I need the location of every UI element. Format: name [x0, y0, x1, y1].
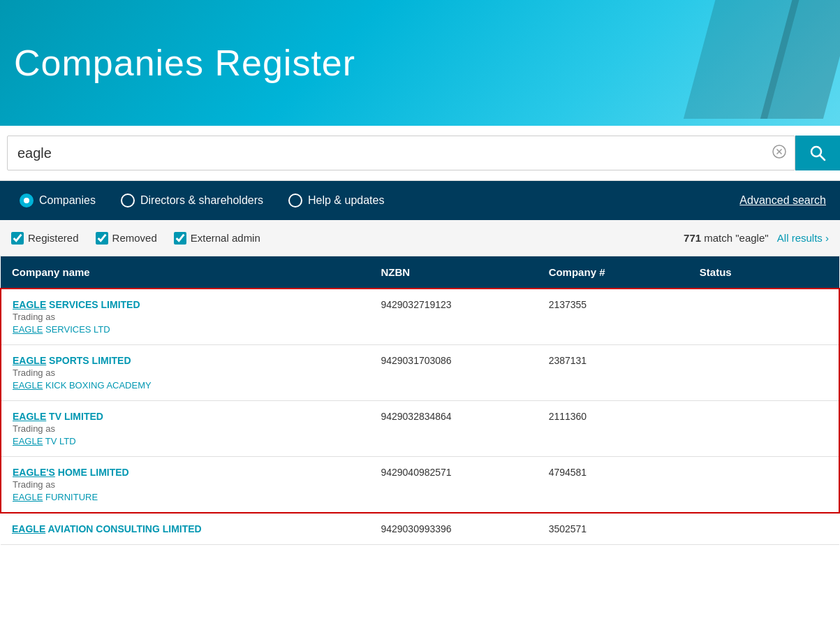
- results-table: Company name NZBN Company # Status EAGLE…: [0, 256, 840, 545]
- company-num-cell: 3502571: [538, 513, 688, 545]
- page-header: Companies Register: [0, 0, 840, 126]
- match-count: 771: [684, 232, 701, 244]
- company-name-highlight: EAGLE: [12, 523, 45, 534]
- external-admin-filter[interactable]: External admin: [174, 232, 260, 245]
- company-name-cell: EAGLE'S HOME LIMITEDTrading asEAGLE FURN…: [1, 457, 369, 514]
- tab-companies-radio: [20, 194, 34, 207]
- registered-label: Registered: [28, 232, 79, 244]
- trading-name-highlight: EAGLE: [13, 324, 43, 335]
- table-row[interactable]: EAGLE'S HOME LIMITEDTrading asEAGLE FURN…: [1, 457, 839, 514]
- company-name-link[interactable]: EAGLE SPORTS LIMITED: [13, 355, 131, 366]
- col-nzbn: NZBN: [369, 256, 537, 289]
- trading-name-highlight: EAGLE: [13, 436, 43, 446]
- company-name-cell: EAGLE SERVICES LIMITEDTrading asEAGLE SE…: [1, 289, 369, 345]
- tab-companies-label: Companies: [39, 194, 96, 207]
- removed-checkbox[interactable]: [96, 232, 108, 245]
- trading-as-label: Trading as: [13, 479, 358, 490]
- all-results-link[interactable]: All results: [777, 232, 829, 244]
- nzbn-cell: 9429032834864: [369, 401, 537, 457]
- svg-line-4: [820, 156, 825, 161]
- trading-name-link[interactable]: EAGLE FURNITURE: [13, 492, 98, 502]
- col-company-num: Company #: [538, 256, 688, 289]
- trading-name-highlight: EAGLE: [13, 380, 43, 391]
- nzbn-cell: 9429032719123: [369, 289, 537, 345]
- filter-tabs: Companies Directors & shareholders Help …: [0, 181, 840, 220]
- trading-as-label: Trading as: [13, 312, 358, 322]
- tab-directors[interactable]: Directors & shareholders: [108, 181, 276, 220]
- company-name-cell: EAGLE AVIATION CONSULTING LIMITED: [1, 513, 369, 545]
- search-input-wrapper: [7, 136, 795, 170]
- results-container: Company name NZBN Company # Status EAGLE…: [0, 256, 840, 545]
- tab-companies[interactable]: Companies: [7, 181, 108, 220]
- tab-help-radio: [288, 194, 302, 207]
- trading-name-link[interactable]: EAGLE KICK BOXING ACADEMY: [13, 380, 152, 391]
- company-name-highlight: EAGLE: [13, 411, 46, 422]
- status-cell: [688, 513, 839, 545]
- trading-as-label: Trading as: [13, 423, 358, 434]
- search-input[interactable]: [8, 145, 764, 161]
- company-name-cell: EAGLE SPORTS LIMITEDTrading asEAGLE KICK…: [1, 345, 369, 401]
- close-icon: [772, 145, 786, 159]
- tab-directors-label: Directors & shareholders: [140, 194, 263, 207]
- company-num-cell: 4794581: [538, 457, 688, 514]
- search-button[interactable]: [795, 136, 840, 170]
- clear-search-button[interactable]: [764, 145, 795, 162]
- company-name-link[interactable]: EAGLE TV LIMITED: [13, 411, 103, 422]
- match-text: match "eagle": [704, 232, 768, 244]
- company-name-cell: EAGLE TV LIMITEDTrading asEAGLE TV LTD: [1, 401, 369, 457]
- col-status: Status: [688, 256, 839, 289]
- registered-checkbox[interactable]: [11, 232, 24, 245]
- external-admin-checkbox[interactable]: [174, 232, 186, 245]
- company-name-link[interactable]: EAGLE'S HOME LIMITED: [13, 467, 129, 478]
- company-name-highlight: EAGLE: [13, 355, 46, 366]
- table-row[interactable]: EAGLE SPORTS LIMITEDTrading asEAGLE KICK…: [1, 345, 839, 401]
- company-name-highlight: EAGLE'S: [13, 467, 55, 478]
- company-num-cell: 2137355: [538, 289, 688, 345]
- page-title: Companies Register: [14, 42, 355, 84]
- company-name-link[interactable]: EAGLE AVIATION CONSULTING LIMITED: [12, 523, 202, 534]
- company-num-cell: 2111360: [538, 401, 688, 457]
- search-icon: [809, 144, 827, 162]
- status-cell: [688, 457, 839, 514]
- company-name-highlight: EAGLE: [13, 299, 46, 310]
- removed-label: Removed: [112, 232, 157, 244]
- table-header-row: Company name NZBN Company # Status: [1, 256, 839, 289]
- trading-as-label: Trading as: [13, 367, 358, 378]
- status-cell: [688, 401, 839, 457]
- table-row[interactable]: EAGLE AVIATION CONSULTING LIMITED9429030…: [1, 513, 839, 545]
- table-header: Company name NZBN Company # Status: [1, 256, 839, 289]
- tab-help-label: Help & updates: [308, 194, 384, 207]
- table-body: EAGLE SERVICES LIMITEDTrading asEAGLE SE…: [1, 289, 839, 545]
- removed-filter[interactable]: Removed: [96, 232, 157, 245]
- table-row[interactable]: EAGLE TV LIMITEDTrading asEAGLE TV LTD94…: [1, 401, 839, 457]
- company-num-cell: 2387131: [538, 345, 688, 401]
- tab-help[interactable]: Help & updates: [276, 181, 397, 220]
- registered-filter[interactable]: Registered: [11, 232, 79, 245]
- nzbn-cell: 9429040982571: [369, 457, 537, 514]
- status-cell: [688, 289, 839, 345]
- nzbn-cell: 9429030993396: [369, 513, 537, 545]
- trading-name-link[interactable]: EAGLE TV LTD: [13, 436, 76, 446]
- col-company-name: Company name: [1, 256, 369, 289]
- tab-directors-radio: [121, 194, 135, 207]
- nzbn-cell: 9429031703086: [369, 345, 537, 401]
- search-bar: [0, 126, 840, 181]
- company-name-link[interactable]: EAGLE SERVICES LIMITED: [13, 299, 140, 310]
- status-cell: [688, 345, 839, 401]
- match-info: 771 match "eagle" All results: [684, 232, 829, 244]
- trading-name-highlight: EAGLE: [13, 492, 43, 502]
- trading-name-link[interactable]: EAGLE SERVICES LTD: [13, 324, 110, 335]
- checkbox-filter-row: Registered Removed External admin 771 ma…: [0, 220, 840, 256]
- external-admin-label: External admin: [191, 232, 260, 244]
- table-row[interactable]: EAGLE SERVICES LIMITEDTrading asEAGLE SE…: [1, 289, 839, 345]
- advanced-search-link[interactable]: Advanced search: [739, 194, 833, 207]
